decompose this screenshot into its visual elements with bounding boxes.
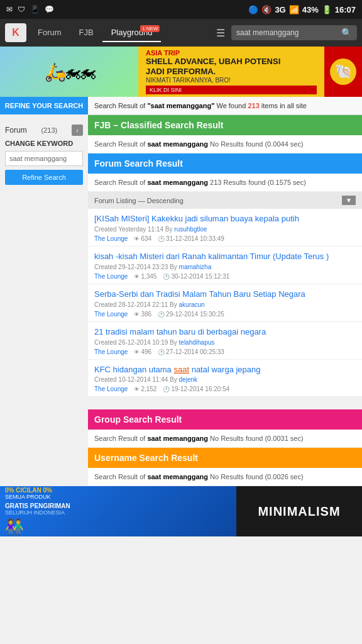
clock-icon — [158, 235, 165, 242]
clock-icon-2 — [163, 273, 170, 280]
battery-icon: 🔋 — [322, 5, 332, 14]
bluetooth-icon: 🔵 — [248, 5, 258, 14]
eye-icon-2 — [134, 273, 140, 280]
forum-item-title-1[interactable]: [KISah MISteri] Kakekku jadi siluman bua… — [94, 214, 356, 225]
banner-sub: NIKMATI TARIKANNYA, BRO! — [146, 77, 317, 84]
refine-search-header-button[interactable]: REFINE YOUR SEARCH — [0, 97, 88, 114]
banner-left-line1: 0% CICILAN 0% — [5, 487, 231, 494]
network-label: 3G — [275, 5, 285, 14]
forum-item: KFC hidangan utama saat natal warga jepa… — [88, 360, 362, 397]
chat-icon: 💬 — [45, 5, 54, 14]
username-section-body: Search Result of saat memanggang No Resu… — [88, 468, 362, 486]
hamburger-icon[interactable]: ☰ — [212, 23, 229, 43]
app-logo[interactable]: K — [5, 23, 26, 42]
refine-search-button[interactable]: Refine Search — [5, 170, 83, 185]
tag-lounge-4[interactable]: The Lounge — [94, 348, 128, 355]
forum-item-meta-5: Created 10-12-2014 11:44 By dejenk — [94, 376, 356, 383]
tab-playground[interactable]: Playground 1 NEW — [102, 24, 162, 42]
banner-person-area: 👫 — [5, 518, 231, 536]
keyword-input[interactable] — [5, 151, 83, 166]
forum-section-body: Search Result of saat memanggang 213 Res… — [88, 174, 362, 192]
banner-text: ASIA TRIP SHELL ADVANCE, UBAH POTENSIJAD… — [138, 47, 324, 97]
tag-views-5: 2,152 — [134, 386, 156, 392]
tag-lounge-2[interactable]: The Lounge — [94, 273, 128, 280]
group-keyword: saat memanggang — [147, 435, 208, 442]
email-icon: ✉ — [6, 5, 13, 14]
username-section-header: Username Search Result — [88, 448, 362, 468]
eye-icon — [134, 235, 140, 242]
forum-item: [KISah MISteri] Kakekku jadi siluman bua… — [88, 209, 362, 247]
tag-lounge-5[interactable]: The Lounge — [94, 386, 128, 392]
tag-date-2: 30-12-2014 15:12:31 — [163, 273, 229, 280]
forum-item-author-4[interactable]: telahdihapus — [179, 339, 215, 346]
bottom-banner-right: MINIMALISM — [236, 486, 362, 536]
banner-cta[interactable]: KLIK DI SINI — [146, 86, 317, 94]
forum-item-author-3[interactable]: akuracun — [179, 301, 205, 308]
banner-left-line2: SEMUA PRODUK — [5, 494, 231, 500]
banner-left-line3: GRATIS PENGIRIMAN — [5, 502, 231, 509]
forum-item-tags-4: The Lounge 496 27-12-2014 00:25:33 — [94, 348, 356, 355]
forum-item-meta-4: Created 26-12-2014 10:19 By telahdihapus — [94, 339, 356, 346]
tag-date-1: 31-12-2014 10:33:49 — [158, 235, 224, 242]
tag-lounge-3[interactable]: The Lounge — [94, 311, 128, 318]
search-keyword: "saat memanggang" — [147, 102, 214, 109]
forum-item-author-2[interactable]: mamahizha — [179, 264, 212, 270]
tag-lounge-1[interactable]: The Lounge — [94, 235, 128, 242]
status-right: 🔵 🔇 3G 📶 43% 🔋 16:07 — [248, 5, 356, 14]
banner-brand: ASIA TRIP — [146, 49, 317, 57]
forum-item-title-4[interactable]: 21 tradisi malam tahun baru di berbagai … — [94, 327, 356, 338]
tab-forum[interactable]: Forum — [29, 24, 70, 42]
results-area: Search Result of "saat memanggang" We fo… — [88, 97, 362, 486]
forum-item-title-2[interactable]: kisah -kisah Misteri dari Ranah kalimant… — [94, 252, 356, 262]
fjb-section-header: FJB – Classified Search Result — [88, 115, 362, 135]
fjb-keyword: saat memanggang — [147, 140, 208, 148]
bottom-banner[interactable]: 0% CICILAN 0% SEMUA PRODUK GRATIS PENGIR… — [0, 486, 362, 536]
tab-fjb[interactable]: FJB — [70, 24, 102, 42]
forum-item-title-5[interactable]: KFC hidangan utama saat natal warga jepa… — [94, 365, 356, 375]
bikes-image: 🛵🏍🏍 — [45, 62, 94, 82]
status-icons: ✉ 🛡 📱 💬 — [6, 5, 54, 14]
mute-icon: 🔇 — [261, 5, 272, 14]
search-bar: 🔍 — [231, 25, 357, 40]
forum-filter-row: Forum (213) › — [5, 121, 83, 140]
tag-date-3: 29-12-2014 15:30:25 — [158, 311, 224, 318]
forum-item-author-1[interactable]: rusuhbgtloe — [174, 226, 207, 233]
forum-item-title-3[interactable]: Serba-Serbi dan Tradisi Malam Tahun Baru… — [94, 289, 356, 300]
forum-listing-header: Forum Listing — Descending ▼ — [88, 192, 362, 209]
forum-filter-arrow[interactable]: › — [72, 125, 83, 136]
main-content: REFINE YOUR SEARCH Forum (213) › CHANGE … — [0, 97, 362, 486]
bottom-banner-left: 0% CICILAN 0% SEMUA PRODUK GRATIS PENGIR… — [0, 486, 236, 536]
banner-image: 🛵🏍🏍 — [0, 47, 138, 97]
spacer — [88, 397, 362, 409]
group-section-header: Group Search Result — [88, 409, 362, 430]
clock-icon-5 — [163, 386, 170, 392]
signal-icon: 📶 — [289, 5, 299, 14]
sort-button[interactable]: ▼ — [342, 196, 356, 205]
clock-icon-4 — [158, 348, 165, 355]
banner-left-line4: SELURUH INDONESIA — [5, 509, 231, 516]
banner-headline: SHELL ADVANCE, UBAH POTENSIJADI PERFORMA… — [146, 57, 317, 76]
forum-item-meta-3: Created 28-12-2014 22:11 By akuracun — [94, 301, 356, 308]
forum-item-meta-1: Created Yesterday 11:14 By rusuhbgtloe — [94, 226, 356, 233]
search-icon[interactable]: 🔍 — [341, 28, 352, 38]
forum-item: kisah -kisah Misteri dari Ranah kalimant… — [88, 247, 362, 284]
advertisement-banner[interactable]: 🛵🏍🏍 ASIA TRIP SHELL ADVANCE, UBAH POTENS… — [0, 47, 362, 97]
forum-item-meta-2: Created 29-12-2014 23:23 By mamahizha — [94, 264, 356, 270]
tag-views-2: 1,345 — [134, 273, 156, 280]
forum-item: 21 tradisi malam tahun baru di berbagai … — [88, 322, 362, 360]
person-icon: 👫 — [5, 518, 24, 536]
forum-item-author-5[interactable]: dejenk — [179, 376, 197, 383]
result-count: 213 — [248, 102, 259, 109]
battery-label: 43% — [302, 5, 319, 14]
forum-filter-label: Forum — [5, 126, 27, 135]
shell-icon: 🐚 — [330, 58, 356, 85]
forum-item-tags-3: The Lounge 386 29-12-2014 15:30:25 — [94, 311, 356, 318]
eye-icon-5 — [134, 386, 140, 392]
forum-item: Serba-Serbi dan Tradisi Malam Tahun Baru… — [88, 284, 362, 322]
search-input[interactable] — [236, 28, 341, 37]
forum-item-tags-1: The Lounge 634 31-12-2014 10:33:49 — [94, 235, 356, 242]
tag-date-5: 19-12-2014 16:20:54 — [163, 386, 229, 392]
username-keyword: saat memanggang — [147, 473, 208, 480]
tag-date-4: 27-12-2014 00:25:33 — [158, 348, 224, 355]
change-keyword-label: CHANGE KEYWORD — [5, 140, 83, 147]
